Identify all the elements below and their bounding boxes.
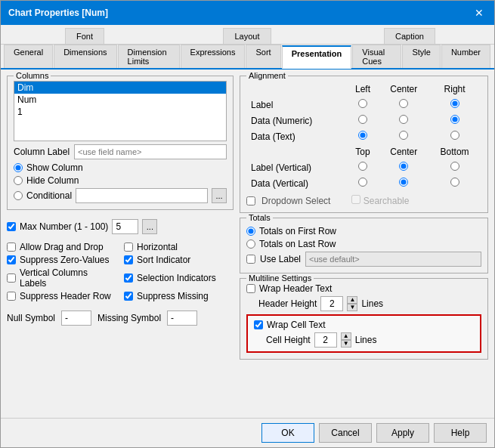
max-number-input[interactable] <box>112 219 138 234</box>
columns-listbox[interactable]: Dim Num 1 <box>14 81 227 141</box>
label-center-radio[interactable] <box>399 99 408 108</box>
suppress-zero-checkbox[interactable] <box>7 255 16 264</box>
dropdown-select-label: Dropdown Select <box>261 196 330 206</box>
multiline-group-title: Multiline Settings <box>246 273 314 283</box>
cancel-button[interactable]: Cancel <box>319 423 372 443</box>
suppress-zero-row[interactable]: Suppress Zero-Values <box>7 255 116 265</box>
data-vert-top-radio[interactable] <box>358 178 367 187</box>
suppress-missing-checkbox[interactable] <box>124 292 133 301</box>
allow-drag-checkbox[interactable] <box>7 243 16 252</box>
max-number-label: Max Number (1 - 100) <box>20 221 108 232</box>
tab-dimensions[interactable]: Dimensions <box>54 45 116 68</box>
label-vert-center-radio[interactable] <box>399 162 408 171</box>
max-number-btn[interactable]: ... <box>142 219 157 234</box>
conditional-radio[interactable] <box>14 191 23 200</box>
cell-height-down[interactable]: ▼ <box>341 340 351 348</box>
numeric-left-radio[interactable] <box>358 115 367 124</box>
hide-column-radio[interactable] <box>14 176 23 185</box>
label-alignment-row: Label <box>248 97 480 112</box>
conditional-btn[interactable]: ... <box>212 188 227 203</box>
label-vert-bottom-radio[interactable] <box>450 162 459 171</box>
text-right-radio[interactable] <box>450 131 459 140</box>
suppress-header-checkbox[interactable] <box>7 292 16 301</box>
col-left-header: Left <box>348 82 379 96</box>
use-label-text: Use Label <box>260 254 301 264</box>
suppress-missing-row[interactable]: Suppress Missing <box>124 291 234 301</box>
tab-number[interactable]: Number <box>441 45 490 68</box>
header-height-up[interactable]: ▲ <box>347 296 357 304</box>
tab-caption[interactable]: Caption <box>384 28 435 44</box>
data-vertical-row: Data (Vertical) <box>248 176 480 190</box>
label-left-radio[interactable] <box>358 99 367 108</box>
tab-dimension-limits[interactable]: Dimension Limits <box>118 45 180 68</box>
totals-last-radio[interactable] <box>246 239 255 249</box>
wrap-header-checkbox[interactable] <box>246 284 255 293</box>
data-vert-center-radio[interactable] <box>399 178 408 187</box>
use-label-checkbox[interactable] <box>246 255 255 264</box>
use-label-input[interactable] <box>305 252 481 267</box>
searchable-label: Searchable <box>364 196 410 206</box>
tab-style[interactable]: Style <box>402 45 440 68</box>
alignment-group-title: Alignment <box>246 71 288 80</box>
sort-indicator-checkbox[interactable] <box>124 255 133 264</box>
show-column-radio[interactable] <box>14 163 23 172</box>
cell-height-up[interactable]: ▲ <box>341 332 351 340</box>
numeric-center-radio[interactable] <box>399 115 408 124</box>
totals-first-row-label[interactable]: Totals on First Row <box>246 226 481 236</box>
wrap-header-row[interactable]: Wrap Header Text <box>246 283 481 294</box>
searchable-checkbox <box>351 195 360 204</box>
header-height-input[interactable] <box>320 296 343 311</box>
dropdown-select-checkbox[interactable] <box>246 196 255 205</box>
apply-button[interactable]: Apply <box>376 423 429 443</box>
tab-general[interactable]: General <box>4 45 53 68</box>
tab-visual-cues[interactable]: Visual Cues <box>352 45 401 68</box>
horizontal-label: Horizontal <box>137 242 178 252</box>
vertical-columns-checkbox[interactable] <box>7 273 16 283</box>
help-button[interactable]: Help <box>434 423 487 443</box>
ok-button[interactable]: OK <box>261 423 314 443</box>
sort-indicator-row[interactable]: Sort Indicator <box>124 255 234 265</box>
header-height-down[interactable]: ▼ <box>347 304 357 311</box>
tab-presentation[interactable]: Presentation <box>282 45 352 69</box>
list-item[interactable]: Dim <box>14 82 226 94</box>
missing-symbol-input[interactable] <box>167 311 197 326</box>
conditional-input[interactable] <box>76 188 208 203</box>
suppress-header-row[interactable]: Suppress Header Row <box>7 291 116 301</box>
tab-layout[interactable]: Layout <box>223 28 271 44</box>
selection-indicators-label: Selection Indicators <box>137 273 216 283</box>
hide-column-radio-row[interactable]: Hide Column <box>14 175 227 186</box>
show-column-label: Show Column <box>26 162 83 173</box>
totals-last-row-label[interactable]: Totals on Last Row <box>246 239 481 249</box>
cell-height-input[interactable] <box>314 332 337 348</box>
tab-expressions[interactable]: Expressions <box>181 45 246 68</box>
tab-sort[interactable]: Sort <box>246 45 280 68</box>
list-item[interactable]: Num <box>14 94 226 106</box>
column-label-input[interactable] <box>74 144 227 159</box>
text-center-radio[interactable] <box>399 131 408 140</box>
horizontal-row[interactable]: Horizontal <box>124 242 234 252</box>
label-right-radio[interactable] <box>450 99 459 108</box>
selection-indicators-checkbox[interactable] <box>124 273 133 283</box>
max-number-row: Max Number (1 - 100) ... <box>7 219 234 234</box>
label-vert-top-radio[interactable] <box>358 162 367 171</box>
tab-font[interactable]: Font <box>65 28 104 44</box>
text-left-radio[interactable] <box>358 131 367 140</box>
null-symbol-input[interactable] <box>61 311 91 326</box>
list-item[interactable]: 1 <box>14 106 226 118</box>
vertical-columns-row[interactable]: Vertical Columns Labels <box>7 267 116 289</box>
close-button[interactable]: ✕ <box>472 5 487 20</box>
title-bar: Chart Properties [Num] ✕ <box>1 1 494 25</box>
horizontal-checkbox[interactable] <box>124 243 133 252</box>
wrap-cell-checkbox[interactable] <box>254 320 263 329</box>
wrap-cell-box: Wrap Cell Text Cell Height ▲ ▼ Lines <box>246 314 481 353</box>
numeric-right-radio[interactable] <box>450 115 459 124</box>
show-column-radio-row[interactable]: Show Column <box>14 162 227 173</box>
totals-first-radio[interactable] <box>246 227 255 236</box>
allow-drag-row[interactable]: Allow Drag and Drop <box>7 242 116 252</box>
wrap-cell-row[interactable]: Wrap Cell Text <box>254 320 474 330</box>
max-number-checkbox[interactable] <box>7 222 16 231</box>
data-vert-bottom-radio[interactable] <box>450 178 459 187</box>
content-area: Columns Dim Num 1 Column Label Show Colu… <box>1 70 494 418</box>
totals-last-label: Totals on Last Row <box>259 239 336 249</box>
selection-indicators-row[interactable]: Selection Indicators <box>124 267 234 289</box>
